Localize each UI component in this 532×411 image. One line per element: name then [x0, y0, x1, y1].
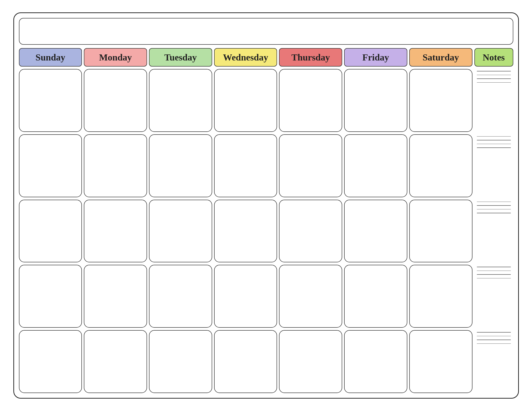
notes-section [477, 202, 511, 261]
notes-line [477, 278, 511, 279]
notes-line [477, 271, 511, 271]
notes-line [477, 140, 511, 140]
notes-line [477, 136, 511, 137]
notes-section [477, 136, 511, 195]
calendar-cell[interactable] [19, 265, 82, 328]
calendar-row-1 [19, 134, 513, 197]
notes-line [477, 75, 511, 75]
notes-line [477, 336, 511, 336]
title-bar[interactable] [19, 18, 513, 45]
notes-lines-cell[interactable] [475, 200, 513, 262]
calendar-row-2 [19, 200, 513, 262]
notes-line [477, 267, 511, 267]
notes-lines-cell[interactable] [475, 134, 513, 197]
notes-line [477, 344, 511, 344]
notes-line [477, 82, 511, 83]
notes-line [477, 71, 511, 71]
calendar-cell[interactable] [279, 330, 342, 393]
notes-section [477, 332, 511, 391]
header-wednesday: Wednesday [214, 48, 277, 66]
notes-line [477, 209, 511, 210]
calendar-cell[interactable] [149, 200, 212, 262]
notes-section [477, 71, 511, 130]
day-headers: SundayMondayTuesdayWednesdayThursdayFrid… [19, 48, 513, 66]
notes-lines-cell[interactable] [475, 69, 513, 132]
header-saturday: Saturday [409, 48, 473, 66]
notes-lines-cell[interactable] [475, 330, 513, 393]
calendar-container: SundayMondayTuesdayWednesdayThursdayFrid… [13, 12, 519, 399]
calendar-cell[interactable] [214, 200, 277, 262]
calendar-cell[interactable] [344, 69, 407, 132]
header-thursday: Thursday [279, 48, 342, 66]
calendar-rows [19, 69, 513, 393]
header-notes: Notes [475, 48, 513, 66]
notes-line [477, 213, 511, 213]
notes-line [477, 340, 511, 340]
calendar-cell[interactable] [409, 134, 473, 197]
calendar-cell[interactable] [344, 330, 407, 393]
calendar-row-0 [19, 69, 513, 132]
header-friday: Friday [344, 48, 407, 66]
calendar-cell[interactable] [344, 134, 407, 197]
calendar-cell[interactable] [214, 134, 277, 197]
page: SundayMondayTuesdayWednesdayThursdayFrid… [0, 0, 532, 411]
calendar-cell[interactable] [344, 265, 407, 328]
notes-line [477, 202, 511, 202]
calendar-row-3 [19, 265, 513, 328]
calendar-cell[interactable] [84, 134, 147, 197]
calendar-cell[interactable] [214, 265, 277, 328]
calendar-cell[interactable] [279, 69, 342, 132]
calendar-cell[interactable] [19, 134, 82, 197]
calendar-cell[interactable] [279, 134, 342, 197]
calendar-cell[interactable] [214, 69, 277, 132]
calendar-cell[interactable] [409, 330, 473, 393]
calendar-cell[interactable] [409, 265, 473, 328]
calendar-cell[interactable] [279, 200, 342, 262]
calendar-cell[interactable] [149, 330, 212, 393]
header-monday: Monday [84, 48, 147, 66]
calendar-cell[interactable] [149, 265, 212, 328]
calendar-cell[interactable] [409, 69, 473, 132]
notes-line [477, 148, 511, 148]
notes-section [477, 267, 511, 326]
notes-line [477, 205, 511, 206]
calendar-cell[interactable] [19, 200, 82, 262]
calendar-row-4 [19, 330, 513, 393]
calendar-cell[interactable] [409, 200, 473, 262]
calendar-body: SundayMondayTuesdayWednesdayThursdayFrid… [19, 48, 513, 393]
calendar-cell[interactable] [84, 265, 147, 328]
calendar-cell[interactable] [84, 69, 147, 132]
header-tuesday: Tuesday [149, 48, 212, 66]
notes-line [477, 78, 511, 79]
header-sunday: Sunday [19, 48, 82, 66]
calendar-cell[interactable] [19, 330, 82, 393]
calendar-cell[interactable] [344, 200, 407, 262]
notes-line [477, 332, 511, 333]
calendar-cell[interactable] [149, 69, 212, 132]
calendar-cell[interactable] [279, 265, 342, 328]
notes-line [477, 274, 511, 275]
calendar-cell[interactable] [84, 200, 147, 262]
calendar-cell[interactable] [214, 330, 277, 393]
calendar-cell[interactable] [19, 69, 82, 132]
calendar-cell[interactable] [149, 134, 212, 197]
notes-lines-cell[interactable] [475, 265, 513, 328]
calendar-cell[interactable] [84, 330, 147, 393]
notes-line [477, 144, 511, 144]
